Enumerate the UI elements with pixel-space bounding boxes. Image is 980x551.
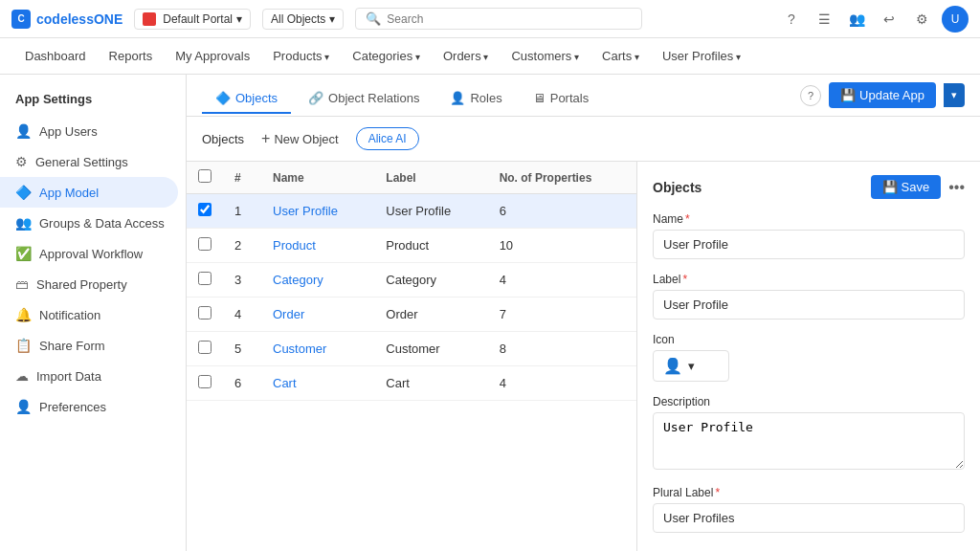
sidebar-label-importdata: Import Data [36,369,101,384]
description-field-label: Description [653,395,965,408]
row-num: 1 [223,194,261,229]
row-label: Category [374,263,487,298]
table-panel: # Name Label No. of Properties 1 User Pr… [187,162,980,551]
approvalworkflow-icon: ✅ [15,246,32,261]
objects-table: # Name Label No. of Properties 1 User Pr… [187,162,636,401]
sidebar-item-appusers[interactable]: 👤 App Users [0,116,186,146]
row-checkbox[interactable] [198,272,212,285]
search-input[interactable] [387,12,632,26]
tab-portals[interactable]: 🖥 Portals [520,84,602,114]
search-bar[interactable]: 🔍 [355,8,642,30]
portal-selector[interactable]: Default Portal ▾ [134,9,251,30]
row-properties: 6 [488,194,636,229]
icon-field-group: Icon 👤 ▾ [653,333,965,382]
menu-icon[interactable]: ☰ [812,7,836,32]
history-icon[interactable]: ↩ [877,7,902,32]
tab-objects-label: Objects [235,91,278,105]
sidebar-item-approvalworkflow[interactable]: ✅ Approval Workflow [0,238,186,269]
sidebar-item-preferences[interactable]: 👤 Preferences [0,391,186,422]
row-checkbox[interactable] [198,203,212,216]
row-name[interactable]: Product [261,229,374,263]
user-avatar[interactable]: U [942,6,969,33]
sidebar-item-generalsettings[interactable]: ⚙ General Settings [0,146,186,177]
help-icon[interactable]: ? [779,7,804,32]
person-icon: 👤 [663,357,682,375]
icon-field-label: Icon [653,333,965,346]
row-checkbox[interactable] [198,237,212,251]
save-small-icon: 💾 [840,88,856,102]
roles-tab-icon: 👤 [450,91,465,105]
subnav-customers[interactable]: Customers [501,43,589,69]
save-button[interactable]: 💾 Save [871,175,942,199]
sidebar-item-shareform[interactable]: 📋 Share Form [0,330,186,361]
sidebar-item-sharedproperty[interactable]: 🗃 Shared Property [0,269,186,299]
row-name-link[interactable]: Customer [273,342,326,356]
table-row[interactable]: 6 Cart Cart 4 [187,366,636,401]
row-name-link[interactable]: Category [273,273,323,287]
tab-objects[interactable]: 🔷 Objects [202,84,291,114]
row-name-link[interactable]: Order [273,307,304,321]
alice-ai-button[interactable]: Alice AI [356,127,419,150]
objects-dropdown[interactable]: All Objects ▾ [262,9,344,30]
subnav-reports[interactable]: Reports [100,43,163,69]
select-all-checkbox[interactable] [198,169,212,183]
table-row[interactable]: 1 User Profile User Profile 6 [187,194,636,229]
settings-icon[interactable]: ⚙ [909,7,934,32]
name-input[interactable] [653,230,965,259]
row-name-link[interactable]: Product [273,238,316,253]
label-input[interactable] [653,290,965,320]
subnav-carts[interactable]: Carts [592,43,649,69]
row-name[interactable]: User Profile [261,194,374,229]
row-checkbox[interactable] [198,375,212,388]
save-icon: 💾 [882,180,898,194]
row-name[interactable]: Customer [261,332,374,366]
sidebar-heading: App Settings [0,86,186,116]
row-name[interactable]: Cart [261,366,374,401]
row-label: Order [374,298,487,332]
subnav-orders[interactable]: Orders [434,43,499,69]
table-row[interactable]: 2 Product Product 10 [187,229,636,263]
tab-objectrelations[interactable]: 🔗 Object Relations [295,84,433,114]
users-icon[interactable]: 👥 [844,7,869,32]
row-name[interactable]: Category [261,263,374,298]
update-app-button[interactable]: 💾 Update App [829,82,936,108]
row-checkbox[interactable] [198,341,212,354]
sidebar-label-sharedproperty: Shared Property [36,277,127,292]
update-app-arrow[interactable]: ▾ [944,83,965,107]
icon-chevron: ▾ [688,359,695,373]
appusers-icon: 👤 [15,123,32,139]
subnav-myapprovals[interactable]: My Approvals [166,43,259,69]
subnav-categories[interactable]: Categories [343,43,430,69]
sidebar-item-appmodel[interactable]: 🔷 App Model [0,177,178,208]
update-btn-label: Update App [859,88,924,102]
row-properties: 4 [488,263,636,298]
row-properties: 8 [488,332,636,366]
sidebar-label-approvalworkflow: Approval Workflow [39,247,143,261]
tab-roles[interactable]: 👤 Roles [436,84,515,114]
logo[interactable]: C codelessONE [11,10,122,29]
subnav-dashboard[interactable]: Dashboard [15,43,96,69]
sidebar-item-groupsdata[interactable]: 👥 Groups & Data Access [0,208,186,238]
row-checkbox[interactable] [198,306,212,320]
portal-label: Default Portal [163,12,233,26]
row-name[interactable]: Order [261,298,374,332]
table-row[interactable]: 3 Category Category 4 [187,263,636,298]
subnav-products[interactable]: Products [263,43,339,69]
panel-header: Objects 💾 Save ••• [653,175,965,199]
table-row[interactable]: 5 Customer Customer 8 [187,332,636,366]
plural-input[interactable] [653,503,965,533]
row-name-link[interactable]: Cart [273,376,297,390]
more-options-button[interactable]: ••• [948,179,965,196]
sharedproperty-icon: 🗃 [15,276,29,292]
icon-selector[interactable]: 👤 ▾ [653,350,729,382]
row-name-link[interactable]: User Profile [273,204,338,218]
description-input[interactable]: User Profile [653,412,965,470]
new-object-button[interactable]: New Object [252,126,348,151]
table-row[interactable]: 4 Order Order 7 [187,298,636,332]
logo-icon: C [11,10,31,29]
sidebar-item-notification[interactable]: 🔔 Notification [0,299,186,330]
sidebar-item-importdata[interactable]: ☁ Import Data [0,361,186,391]
col-name: Name [261,162,374,194]
panel-help-icon[interactable]: ? [800,85,821,106]
subnav-userprofiles[interactable]: User Profiles [653,43,750,69]
